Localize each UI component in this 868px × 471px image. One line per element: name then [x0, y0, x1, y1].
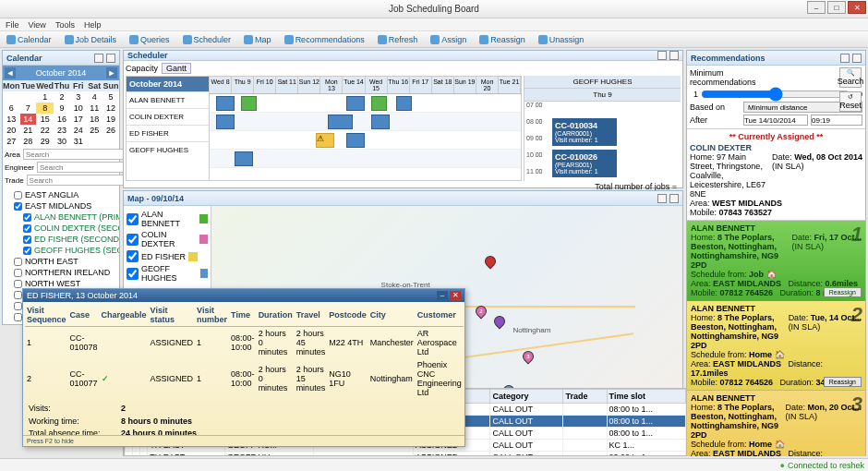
calendar-day[interactable]: 22	[36, 125, 54, 136]
rec-slider[interactable]	[701, 89, 850, 100]
visit-card[interactable]: CC-010026(PEARS001)Visit number: 1	[552, 150, 617, 177]
toolbar-queries[interactable]: Queries	[127, 34, 173, 45]
prev-month-button[interactable]: ◄	[5, 67, 16, 78]
trade-input[interactable]	[27, 175, 129, 186]
calendar-day[interactable]: 23	[54, 125, 70, 136]
reassign-button[interactable]: Reassign	[824, 287, 862, 297]
legend-item[interactable]: COLIN DEXTER	[127, 229, 208, 249]
calendar-day[interactable]: 15	[36, 114, 54, 125]
panel-icon[interactable]	[657, 194, 667, 203]
tree-region[interactable]: EAST MIDLANDS	[5, 200, 117, 211]
rec-card[interactable]: 3 ALAN BENNETT Home: 8 The Poplars, Bees…	[687, 391, 865, 456]
gantt-chart[interactable]: October 2014 ALAN BENNETTCOLIN DEXTERED …	[126, 76, 522, 181]
popup-min[interactable]: –	[437, 291, 448, 300]
tree-engineer[interactable]: ALAN BENNETT (PRIMARY)	[5, 211, 117, 223]
grid-row[interactable]: TH EASTGEOFF HU...ASSIGNEDCALL OUT08:00 …	[126, 452, 686, 457]
tree-region[interactable]: EAST ANGLIA	[5, 189, 117, 200]
calendar-day[interactable]: 7	[20, 103, 37, 114]
calendar-day[interactable]: 6	[3, 103, 20, 114]
legend-item[interactable]: ALAN BENNETT	[127, 209, 208, 229]
panel-icon[interactable]	[106, 54, 115, 63]
menu-view[interactable]: View	[29, 20, 46, 30]
map-pin[interactable]	[492, 313, 508, 329]
calendar-day[interactable]: 8	[36, 103, 54, 114]
area-input[interactable]	[23, 149, 126, 160]
calendar-day[interactable]: 29	[36, 136, 54, 147]
search-button[interactable]: 🔍Search	[839, 67, 862, 88]
calendar-day[interactable]: 26	[102, 125, 119, 136]
calendar-day[interactable]: 3	[70, 91, 87, 103]
rec-card[interactable]: 1 ALAN BENNETT Home: 8 The Poplars, Bees…	[687, 221, 865, 301]
panel-icon[interactable]	[94, 54, 103, 63]
map-pin[interactable]	[482, 254, 498, 270]
minimize-button[interactable]: –	[807, 1, 826, 14]
panel-icon[interactable]	[669, 194, 679, 203]
calendar-day[interactable]: 19	[102, 114, 119, 125]
maximize-button[interactable]: □	[827, 1, 846, 14]
reset-button[interactable]: ↺Reset	[839, 91, 862, 112]
tree-engineer[interactable]: ED FISHER (SECONDARY)	[5, 234, 117, 245]
menu-tools[interactable]: Tools	[55, 20, 75, 30]
calendar-day[interactable]: 24	[70, 125, 87, 136]
after-time[interactable]	[811, 115, 862, 126]
calendar-day[interactable]	[102, 136, 119, 147]
calendar-day[interactable]	[20, 91, 37, 103]
calendar-day[interactable]: 31	[70, 136, 87, 147]
calendar-day[interactable]: 20	[3, 125, 20, 136]
toolbar-refresh[interactable]: Refresh	[375, 34, 421, 45]
calendar-day[interactable]	[86, 136, 102, 147]
close-button[interactable]: ✕	[848, 1, 866, 14]
calendar-day[interactable]: 9	[54, 103, 70, 114]
panel-icon[interactable]	[852, 54, 862, 63]
toolbar-scheduler[interactable]: Scheduler	[180, 34, 235, 45]
reassign-button[interactable]: Reassign	[824, 377, 862, 387]
calendar-day[interactable]: 17	[70, 114, 87, 125]
visit-row[interactable]: 2CC-010077✓ASSIGNED108:00-10:002 hours 0…	[25, 358, 464, 399]
calendar-day[interactable]: 18	[86, 114, 102, 125]
calendar-day[interactable]: 27	[3, 136, 20, 147]
panel-icon[interactable]	[669, 51, 679, 60]
calendar-day[interactable]: 16	[54, 114, 70, 125]
gantt-resource[interactable]: GEOFF HUGHES	[127, 141, 209, 158]
gantt-resource[interactable]: ED FISHER	[127, 125, 209, 141]
legend-item[interactable]: ED FISHER	[127, 249, 208, 263]
tree-engineer[interactable]: COLIN DEXTER (SECONDARY)	[5, 223, 117, 234]
menu-help[interactable]: Help	[84, 20, 102, 30]
gantt-resource[interactable]: COLIN DEXTER	[127, 108, 209, 125]
tree-region[interactable]: NORTH EAST	[5, 256, 117, 267]
calendar-day[interactable]: 13	[3, 114, 20, 125]
tree-region[interactable]: NORTHERN IRELAND	[5, 267, 117, 278]
calendar-day[interactable]	[3, 91, 20, 103]
tree-engineer[interactable]: GEOFF HUGHES (SECONDARY)	[5, 245, 117, 256]
calendar-day[interactable]: 21	[20, 125, 37, 136]
calendar-day[interactable]: 1	[36, 91, 54, 103]
calendar-day[interactable]: 12	[102, 103, 119, 114]
visit-row[interactable]: 1CC-010078ASSIGNED108:00-10:002 hours 0 …	[25, 327, 464, 359]
panel-icon[interactable]	[657, 51, 667, 60]
gantt-tab[interactable]: Gantt	[162, 63, 191, 74]
calendar-grid[interactable]: MonTueWedThuFriSatSun1234567891011121314…	[3, 80, 119, 147]
calendar-day[interactable]: 2	[54, 91, 70, 103]
popup-close[interactable]: ✕	[450, 291, 461, 300]
toolbar-unassign[interactable]: Unassign	[536, 34, 587, 45]
calendar-day[interactable]: 30	[54, 136, 70, 147]
toolbar-job-details[interactable]: Job Details	[62, 34, 120, 45]
next-month-button[interactable]: ►	[106, 67, 117, 78]
calendar-day[interactable]: 4	[86, 91, 102, 103]
toolbar-recommendations[interactable]: Recommendations	[282, 34, 368, 45]
toolbar-calendar[interactable]: Calendar	[4, 34, 54, 45]
panel-icon[interactable]	[840, 54, 850, 63]
calendar-day[interactable]: 5	[102, 91, 119, 103]
visit-card[interactable]: CC-010034(CARR0001)Visit number: 1	[552, 118, 617, 146]
gantt-resource[interactable]: ALAN BENNETT	[127, 91, 209, 108]
calendar-day[interactable]: 25	[86, 125, 102, 136]
calendar-day[interactable]: 28	[20, 136, 37, 147]
calendar-day[interactable]: 14	[20, 114, 37, 125]
map-pin[interactable]: 3	[520, 348, 536, 364]
menu-file[interactable]: File	[6, 20, 19, 30]
toolbar-map[interactable]: Map	[241, 34, 274, 45]
legend-item[interactable]: GEOFF HUGHES	[127, 263, 208, 284]
toolbar-assign[interactable]: Assign	[428, 34, 469, 45]
toolbar-reassign[interactable]: Reassign	[476, 34, 528, 45]
rec-card[interactable]: 2 ALAN BENNETT Home: 8 The Poplars, Bees…	[687, 301, 865, 391]
